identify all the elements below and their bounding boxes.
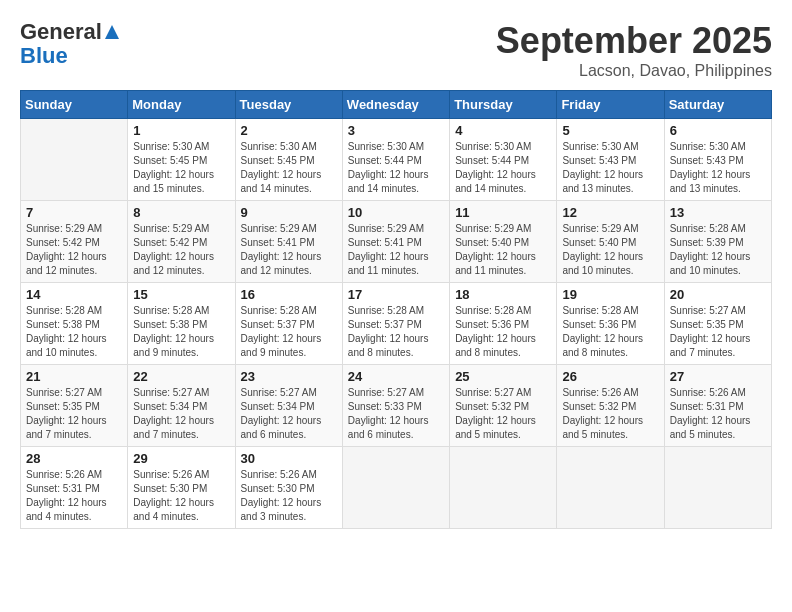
calendar-cell: 17Sunrise: 5:28 AMSunset: 5:37 PMDayligh… — [342, 283, 449, 365]
calendar-cell: 11Sunrise: 5:29 AMSunset: 5:40 PMDayligh… — [450, 201, 557, 283]
calendar-cell: 16Sunrise: 5:28 AMSunset: 5:37 PMDayligh… — [235, 283, 342, 365]
calendar-week-4: 21Sunrise: 5:27 AMSunset: 5:35 PMDayligh… — [21, 365, 772, 447]
day-number: 6 — [670, 123, 766, 138]
calendar-cell: 28Sunrise: 5:26 AMSunset: 5:31 PMDayligh… — [21, 447, 128, 529]
day-info: Sunrise: 5:26 AMSunset: 5:32 PMDaylight:… — [562, 386, 658, 442]
day-info: Sunrise: 5:29 AMSunset: 5:42 PMDaylight:… — [26, 222, 122, 278]
day-number: 7 — [26, 205, 122, 220]
calendar-cell: 3Sunrise: 5:30 AMSunset: 5:44 PMDaylight… — [342, 119, 449, 201]
calendar-header-row: SundayMondayTuesdayWednesdayThursdayFrid… — [21, 91, 772, 119]
day-number: 18 — [455, 287, 551, 302]
calendar-cell: 27Sunrise: 5:26 AMSunset: 5:31 PMDayligh… — [664, 365, 771, 447]
day-number: 1 — [133, 123, 229, 138]
calendar-week-3: 14Sunrise: 5:28 AMSunset: 5:38 PMDayligh… — [21, 283, 772, 365]
day-number: 12 — [562, 205, 658, 220]
day-number: 27 — [670, 369, 766, 384]
day-number: 5 — [562, 123, 658, 138]
day-info: Sunrise: 5:27 AMSunset: 5:35 PMDaylight:… — [670, 304, 766, 360]
calendar-cell — [557, 447, 664, 529]
calendar-cell: 21Sunrise: 5:27 AMSunset: 5:35 PMDayligh… — [21, 365, 128, 447]
logo-blue-text: Blue — [20, 44, 68, 68]
calendar-cell: 9Sunrise: 5:29 AMSunset: 5:41 PMDaylight… — [235, 201, 342, 283]
day-number: 30 — [241, 451, 337, 466]
day-number: 28 — [26, 451, 122, 466]
calendar-cell: 20Sunrise: 5:27 AMSunset: 5:35 PMDayligh… — [664, 283, 771, 365]
day-number: 23 — [241, 369, 337, 384]
day-number: 22 — [133, 369, 229, 384]
day-number: 19 — [562, 287, 658, 302]
day-info: Sunrise: 5:29 AMSunset: 5:42 PMDaylight:… — [133, 222, 229, 278]
calendar-cell: 18Sunrise: 5:28 AMSunset: 5:36 PMDayligh… — [450, 283, 557, 365]
day-header-saturday: Saturday — [664, 91, 771, 119]
calendar-cell: 29Sunrise: 5:26 AMSunset: 5:30 PMDayligh… — [128, 447, 235, 529]
calendar-cell — [21, 119, 128, 201]
day-info: Sunrise: 5:30 AMSunset: 5:44 PMDaylight:… — [348, 140, 444, 196]
day-header-friday: Friday — [557, 91, 664, 119]
title-area: September 2025 Lacson, Davao, Philippine… — [496, 20, 772, 80]
calendar-cell — [664, 447, 771, 529]
calendar-cell — [342, 447, 449, 529]
day-info: Sunrise: 5:27 AMSunset: 5:34 PMDaylight:… — [241, 386, 337, 442]
day-number: 25 — [455, 369, 551, 384]
month-title: September 2025 — [496, 20, 772, 62]
calendar-cell: 25Sunrise: 5:27 AMSunset: 5:32 PMDayligh… — [450, 365, 557, 447]
day-number: 3 — [348, 123, 444, 138]
calendar-cell: 24Sunrise: 5:27 AMSunset: 5:33 PMDayligh… — [342, 365, 449, 447]
day-header-tuesday: Tuesday — [235, 91, 342, 119]
day-number: 9 — [241, 205, 337, 220]
day-number: 14 — [26, 287, 122, 302]
calendar-cell: 12Sunrise: 5:29 AMSunset: 5:40 PMDayligh… — [557, 201, 664, 283]
logo-icon — [103, 23, 121, 41]
calendar-cell: 4Sunrise: 5:30 AMSunset: 5:44 PMDaylight… — [450, 119, 557, 201]
calendar-cell: 2Sunrise: 5:30 AMSunset: 5:45 PMDaylight… — [235, 119, 342, 201]
day-info: Sunrise: 5:28 AMSunset: 5:38 PMDaylight:… — [133, 304, 229, 360]
day-header-sunday: Sunday — [21, 91, 128, 119]
day-number: 13 — [670, 205, 766, 220]
day-number: 11 — [455, 205, 551, 220]
day-header-thursday: Thursday — [450, 91, 557, 119]
location-title: Lacson, Davao, Philippines — [496, 62, 772, 80]
calendar-cell: 22Sunrise: 5:27 AMSunset: 5:34 PMDayligh… — [128, 365, 235, 447]
day-info: Sunrise: 5:27 AMSunset: 5:34 PMDaylight:… — [133, 386, 229, 442]
day-info: Sunrise: 5:26 AMSunset: 5:30 PMDaylight:… — [133, 468, 229, 524]
day-info: Sunrise: 5:29 AMSunset: 5:40 PMDaylight:… — [562, 222, 658, 278]
calendar-cell: 13Sunrise: 5:28 AMSunset: 5:39 PMDayligh… — [664, 201, 771, 283]
day-info: Sunrise: 5:30 AMSunset: 5:44 PMDaylight:… — [455, 140, 551, 196]
calendar-cell: 10Sunrise: 5:29 AMSunset: 5:41 PMDayligh… — [342, 201, 449, 283]
calendar-week-5: 28Sunrise: 5:26 AMSunset: 5:31 PMDayligh… — [21, 447, 772, 529]
calendar-week-2: 7Sunrise: 5:29 AMSunset: 5:42 PMDaylight… — [21, 201, 772, 283]
calendar-cell: 26Sunrise: 5:26 AMSunset: 5:32 PMDayligh… — [557, 365, 664, 447]
day-info: Sunrise: 5:29 AMSunset: 5:40 PMDaylight:… — [455, 222, 551, 278]
day-number: 21 — [26, 369, 122, 384]
day-header-monday: Monday — [128, 91, 235, 119]
day-info: Sunrise: 5:28 AMSunset: 5:39 PMDaylight:… — [670, 222, 766, 278]
day-info: Sunrise: 5:30 AMSunset: 5:45 PMDaylight:… — [241, 140, 337, 196]
day-info: Sunrise: 5:27 AMSunset: 5:35 PMDaylight:… — [26, 386, 122, 442]
day-info: Sunrise: 5:26 AMSunset: 5:31 PMDaylight:… — [26, 468, 122, 524]
calendar-cell: 15Sunrise: 5:28 AMSunset: 5:38 PMDayligh… — [128, 283, 235, 365]
day-info: Sunrise: 5:28 AMSunset: 5:36 PMDaylight:… — [455, 304, 551, 360]
day-info: Sunrise: 5:26 AMSunset: 5:31 PMDaylight:… — [670, 386, 766, 442]
day-header-wednesday: Wednesday — [342, 91, 449, 119]
calendar-cell: 19Sunrise: 5:28 AMSunset: 5:36 PMDayligh… — [557, 283, 664, 365]
day-number: 20 — [670, 287, 766, 302]
calendar-cell: 23Sunrise: 5:27 AMSunset: 5:34 PMDayligh… — [235, 365, 342, 447]
calendar-cell: 14Sunrise: 5:28 AMSunset: 5:38 PMDayligh… — [21, 283, 128, 365]
day-number: 24 — [348, 369, 444, 384]
day-info: Sunrise: 5:29 AMSunset: 5:41 PMDaylight:… — [241, 222, 337, 278]
day-number: 2 — [241, 123, 337, 138]
calendar-cell: 7Sunrise: 5:29 AMSunset: 5:42 PMDaylight… — [21, 201, 128, 283]
day-info: Sunrise: 5:29 AMSunset: 5:41 PMDaylight:… — [348, 222, 444, 278]
calendar-cell: 8Sunrise: 5:29 AMSunset: 5:42 PMDaylight… — [128, 201, 235, 283]
day-info: Sunrise: 5:30 AMSunset: 5:43 PMDaylight:… — [670, 140, 766, 196]
day-info: Sunrise: 5:28 AMSunset: 5:38 PMDaylight:… — [26, 304, 122, 360]
day-info: Sunrise: 5:28 AMSunset: 5:36 PMDaylight:… — [562, 304, 658, 360]
day-number: 8 — [133, 205, 229, 220]
logo: General Blue — [20, 20, 122, 68]
day-info: Sunrise: 5:28 AMSunset: 5:37 PMDaylight:… — [241, 304, 337, 360]
day-info: Sunrise: 5:30 AMSunset: 5:45 PMDaylight:… — [133, 140, 229, 196]
day-info: Sunrise: 5:28 AMSunset: 5:37 PMDaylight:… — [348, 304, 444, 360]
day-info: Sunrise: 5:27 AMSunset: 5:32 PMDaylight:… — [455, 386, 551, 442]
calendar-cell: 5Sunrise: 5:30 AMSunset: 5:43 PMDaylight… — [557, 119, 664, 201]
calendar-cell: 6Sunrise: 5:30 AMSunset: 5:43 PMDaylight… — [664, 119, 771, 201]
